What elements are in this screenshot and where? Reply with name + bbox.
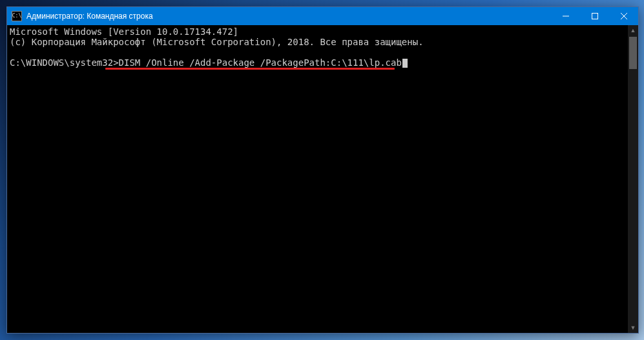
terminal-output[interactable]: Microsoft Windows [Version 10.0.17134.47…: [7, 25, 628, 333]
maximize-button[interactable]: [580, 7, 609, 25]
terminal-prompt: C:\WINDOWS\system32>: [10, 57, 119, 68]
svg-rect-1: [592, 14, 597, 19]
desktop-background: C:\ Администратор: Командная строка: [0, 0, 644, 340]
titlebar[interactable]: C:\ Администратор: Командная строка: [7, 7, 638, 25]
maximize-icon: [592, 13, 598, 19]
cmd-window: C:\ Администратор: Командная строка: [6, 6, 639, 334]
terminal-line: Microsoft Windows [Version 10.0.17134.47…: [10, 26, 238, 37]
scroll-up-arrow-icon[interactable]: ▲: [628, 25, 638, 35]
close-button[interactable]: [609, 7, 638, 25]
minimize-button[interactable]: [551, 7, 580, 25]
annotation-underline: [105, 68, 395, 70]
scroll-thumb[interactable]: [629, 37, 637, 69]
client-area: Microsoft Windows [Version 10.0.17134.47…: [7, 25, 638, 333]
cmd-icon: C:\: [12, 11, 22, 21]
minimize-icon: [563, 13, 569, 19]
terminal-command: DISM /Online /Add-Package /PackagePath:C…: [119, 57, 402, 68]
terminal-line: (c) Корпорация Майкрософт (Microsoft Cor…: [10, 37, 424, 47]
close-icon: [621, 13, 627, 19]
window-title: Администратор: Командная строка: [26, 7, 551, 25]
cursor: [402, 59, 408, 68]
vertical-scrollbar[interactable]: ▲ ▼: [628, 25, 638, 333]
scroll-down-arrow-icon[interactable]: ▼: [628, 323, 638, 333]
